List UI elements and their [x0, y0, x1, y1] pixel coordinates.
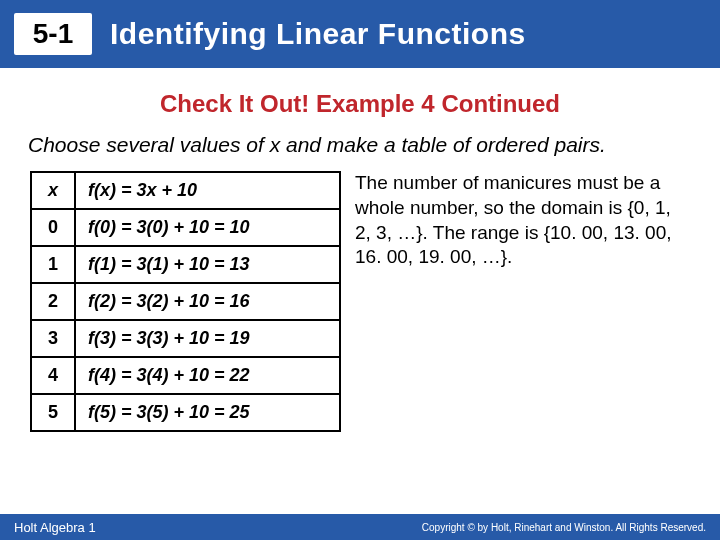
table-cell-x: 4 [31, 357, 75, 394]
table-cell-x: 5 [31, 394, 75, 431]
instruction-text: Choose several values of x and make a ta… [28, 132, 692, 157]
table-row: 3 f(3) = 3(3) + 10 = 19 [31, 320, 340, 357]
content-area: x f(x) = 3x + 10 0 f(0) = 3(0) + 10 = 10… [30, 171, 720, 432]
table-cell-x: 0 [31, 209, 75, 246]
slide-footer: Holt Algebra 1 Copyright © by Holt, Rine… [0, 514, 720, 540]
table-cell-x: 2 [31, 283, 75, 320]
explanation-text: The number of manicures must be a whole … [355, 171, 685, 432]
table-cell-fx: f(4) = 3(4) + 10 = 22 [75, 357, 340, 394]
table-row: 0 f(0) = 3(0) + 10 = 10 [31, 209, 340, 246]
table-cell-x: 3 [31, 320, 75, 357]
table-cell-fx: f(5) = 3(5) + 10 = 25 [75, 394, 340, 431]
section-badge: 5-1 [14, 13, 92, 55]
function-table: x f(x) = 3x + 10 0 f(0) = 3(0) + 10 = 10… [30, 171, 341, 432]
example-subtitle: Check It Out! Example 4 Continued [0, 90, 720, 118]
footer-book-title: Holt Algebra 1 [14, 520, 96, 535]
table-cell-fx: f(2) = 3(2) + 10 = 16 [75, 283, 340, 320]
table-header-fx: f(x) = 3x + 10 [75, 172, 340, 209]
table-cell-fx: f(3) = 3(3) + 10 = 19 [75, 320, 340, 357]
table-row: 5 f(5) = 3(5) + 10 = 25 [31, 394, 340, 431]
table-cell-fx: f(1) = 3(1) + 10 = 13 [75, 246, 340, 283]
table-cell-fx: f(0) = 3(0) + 10 = 10 [75, 209, 340, 246]
table-header-x: x [31, 172, 75, 209]
table-row: 2 f(2) = 3(2) + 10 = 16 [31, 283, 340, 320]
table-row: 1 f(1) = 3(1) + 10 = 13 [31, 246, 340, 283]
footer-copyright: Copyright © by Holt, Rinehart and Winsto… [422, 522, 706, 533]
table-row: x f(x) = 3x + 10 [31, 172, 340, 209]
table-cell-x: 1 [31, 246, 75, 283]
slide-header: 5-1 Identifying Linear Functions [0, 0, 720, 68]
slide-title: Identifying Linear Functions [110, 17, 526, 51]
table-row: 4 f(4) = 3(4) + 10 = 22 [31, 357, 340, 394]
